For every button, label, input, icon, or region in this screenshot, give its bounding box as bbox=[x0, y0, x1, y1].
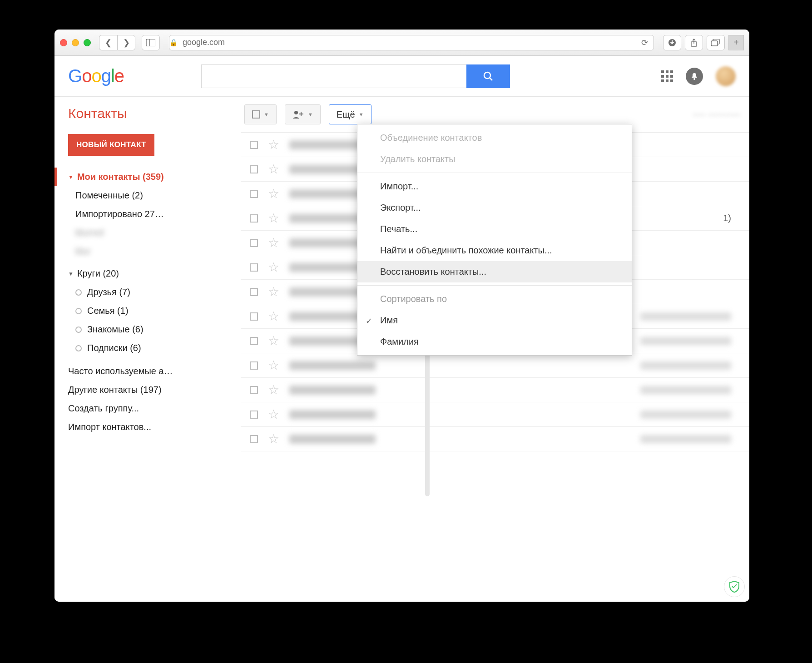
apps-icon[interactable] bbox=[661, 70, 673, 82]
content-area: Контакты НОВЫЙ КОНТАКТ ▼ Мои контакты (3… bbox=[54, 97, 749, 602]
menu-item-sort-name[interactable]: ✓ Имя bbox=[357, 310, 632, 331]
checkbox-icon[interactable] bbox=[250, 263, 258, 272]
url-text: google.com bbox=[183, 38, 225, 47]
contact-name-blurred bbox=[289, 435, 376, 444]
sidebar-item-imported[interactable]: Импортировано 27… bbox=[54, 205, 241, 223]
checkbox-icon[interactable] bbox=[250, 411, 258, 419]
sidebar-item-create-group[interactable]: Создать группу... bbox=[54, 399, 241, 418]
star-icon[interactable]: ☆ bbox=[268, 139, 279, 151]
menu-item-import[interactable]: Импорт... bbox=[357, 176, 632, 197]
chevron-down-icon: ▼ bbox=[68, 271, 74, 277]
reload-icon[interactable]: ⟳ bbox=[641, 38, 648, 48]
sidebar-item-other[interactable]: Другие контакты (197) bbox=[54, 381, 241, 399]
sidebar-item-blurred[interactable]: blurred bbox=[54, 223, 241, 242]
search-input[interactable] bbox=[201, 64, 466, 88]
checkbox-icon[interactable] bbox=[250, 337, 258, 345]
svg-rect-5 bbox=[711, 41, 718, 46]
new-contact-button[interactable]: НОВЫЙ КОНТАКТ bbox=[68, 134, 154, 156]
new-tab-button[interactable]: + bbox=[728, 35, 744, 50]
contact-name-blurred bbox=[289, 386, 376, 395]
row-detail: 1) bbox=[723, 213, 731, 223]
circle-icon bbox=[75, 327, 82, 333]
sidebar-item-import[interactable]: Импорт контактов... bbox=[54, 418, 241, 436]
star-icon[interactable]: ☆ bbox=[268, 384, 279, 396]
star-icon[interactable]: ☆ bbox=[268, 237, 279, 249]
search-icon bbox=[483, 71, 493, 81]
forward-button[interactable]: ❯ bbox=[117, 35, 135, 50]
star-icon[interactable]: ☆ bbox=[268, 408, 279, 421]
sidebar-item-circle-family[interactable]: Семья (1) bbox=[54, 302, 241, 320]
sidebar-item-blurred[interactable]: blur bbox=[54, 242, 241, 261]
svg-point-6 bbox=[484, 72, 490, 79]
list-item[interactable]: ☆ bbox=[241, 427, 749, 451]
list-item[interactable]: ☆ bbox=[241, 402, 749, 427]
checkbox-icon[interactable] bbox=[250, 435, 258, 443]
sidebar-item-label: Мои контакты (359) bbox=[77, 172, 164, 182]
search-button[interactable] bbox=[466, 64, 510, 88]
address-bar[interactable]: 🔒 google.com ⟳ bbox=[169, 35, 654, 50]
notifications-icon[interactable] bbox=[686, 68, 703, 85]
star-icon[interactable]: ☆ bbox=[268, 286, 279, 298]
browser-right-controls: + bbox=[663, 35, 744, 50]
svg-point-8 bbox=[693, 78, 695, 80]
add-contact-button[interactable]: ▼ bbox=[285, 104, 321, 124]
checkbox-icon[interactable] bbox=[250, 165, 258, 173]
checkbox-icon[interactable] bbox=[250, 190, 258, 198]
menu-item-merge-disabled: Объединение контактов bbox=[357, 124, 632, 148]
app-title: Контакты bbox=[54, 106, 241, 134]
checkbox-icon[interactable] bbox=[250, 214, 258, 223]
checkbox-icon[interactable] bbox=[250, 386, 258, 394]
menu-item-delete-disabled: Удалить контакты bbox=[357, 148, 632, 170]
star-icon[interactable]: ☆ bbox=[268, 261, 279, 274]
sidebar-item-my-contacts[interactable]: ▼ Мои контакты (359) bbox=[54, 168, 241, 186]
contact-detail-blurred bbox=[640, 411, 731, 419]
avatar[interactable] bbox=[716, 66, 736, 86]
close-window-icon[interactable] bbox=[60, 39, 67, 46]
chevron-down-icon: ▼ bbox=[68, 174, 74, 180]
contact-detail-blurred bbox=[640, 435, 731, 443]
menu-item-print[interactable]: Печать... bbox=[357, 218, 632, 240]
circle-icon bbox=[75, 345, 82, 351]
star-icon[interactable]: ☆ bbox=[268, 163, 279, 176]
checkbox-icon[interactable] bbox=[250, 141, 258, 149]
downloads-button[interactable] bbox=[663, 35, 681, 50]
sidebar-item-circle-acquaintances[interactable]: Знакомые (6) bbox=[54, 320, 241, 339]
menu-item-find-merge[interactable]: Найти и объединить похожие контакты... bbox=[357, 240, 632, 261]
list-item[interactable]: ☆ bbox=[241, 353, 749, 378]
sidebar-item-circle-subscriptions[interactable]: Подписки (6) bbox=[54, 339, 241, 357]
star-icon[interactable]: ☆ bbox=[268, 212, 279, 225]
checkbox-icon[interactable] bbox=[250, 361, 258, 370]
contact-name-blurred bbox=[289, 361, 376, 370]
more-button[interactable]: Ещё ▼ bbox=[329, 104, 371, 124]
google-logo[interactable]: Google bbox=[68, 66, 124, 86]
star-icon[interactable]: ☆ bbox=[268, 188, 279, 200]
tabs-button[interactable] bbox=[707, 35, 725, 50]
sidebar-item-circles[interactable]: ▼ Круги (20) bbox=[54, 264, 241, 283]
star-icon[interactable]: ☆ bbox=[268, 310, 279, 323]
checkbox-icon[interactable] bbox=[250, 312, 258, 321]
list-item[interactable]: ☆ bbox=[241, 378, 749, 402]
sidebar-item-starred[interactable]: Помеченные (2) bbox=[54, 186, 241, 205]
sidebar-toggle-button[interactable] bbox=[142, 35, 160, 50]
sidebar-item-label: Семья (1) bbox=[87, 306, 129, 316]
fullscreen-window-icon[interactable] bbox=[84, 39, 91, 46]
sidebar-item-frequent[interactable]: Часто используемые а… bbox=[54, 362, 241, 381]
menu-item-export[interactable]: Экспорт... bbox=[357, 197, 632, 218]
sidebar-item-label: Круги (20) bbox=[77, 268, 119, 279]
minimize-window-icon[interactable] bbox=[72, 39, 79, 46]
circle-icon bbox=[75, 308, 82, 314]
checkbox-icon[interactable] bbox=[250, 288, 258, 296]
checkbox-icon[interactable] bbox=[250, 239, 258, 247]
star-icon[interactable]: ☆ bbox=[268, 359, 279, 372]
extension-shield-badge[interactable] bbox=[724, 576, 745, 597]
star-icon[interactable]: ☆ bbox=[268, 433, 279, 445]
share-button[interactable] bbox=[685, 35, 703, 50]
menu-item-restore[interactable]: Восстановить контакты... bbox=[357, 261, 632, 282]
header-right bbox=[661, 66, 736, 86]
sidebar-item-circle-friends[interactable]: Друзья (7) bbox=[54, 283, 241, 302]
select-all-button[interactable]: ▼ bbox=[244, 104, 277, 124]
back-button[interactable]: ❮ bbox=[99, 35, 117, 50]
star-icon[interactable]: ☆ bbox=[268, 335, 279, 347]
menu-item-sort-surname[interactable]: Фамилия bbox=[357, 331, 632, 355]
sidebar: Контакты НОВЫЙ КОНТАКТ ▼ Мои контакты (3… bbox=[54, 97, 241, 602]
